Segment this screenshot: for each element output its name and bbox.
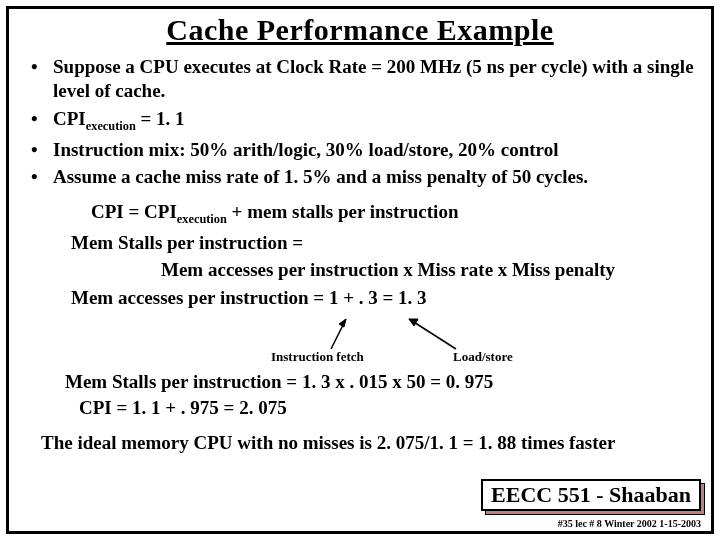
math-line-2: Mem Stalls per instruction =: [71, 230, 697, 256]
footer-box: EECC 551 - Shaaban: [481, 479, 701, 511]
footer-course: EECC 551 - Shaaban: [481, 479, 701, 511]
math-line-4: Mem accesses per instruction = 1 + . 3 =…: [71, 285, 697, 311]
label-instruction-fetch: Instruction fetch: [271, 349, 364, 365]
arrows-diagram: Instruction fetch Load/store: [71, 313, 697, 373]
label-load-store: Load/store: [453, 349, 513, 365]
arrow-ifetch: [311, 313, 351, 353]
svg-marker-3: [409, 319, 418, 326]
bullet-2-text-b: = 1. 1: [136, 108, 185, 129]
bullet-2: CPIexecution = 1. 1: [53, 107, 697, 134]
svg-line-2: [409, 319, 456, 349]
svg-marker-1: [339, 319, 346, 327]
conclusion: The ideal memory CPU with no misses is 2…: [41, 432, 697, 454]
math-line-1a: CPI = CPI: [91, 201, 177, 222]
slide-title: Cache Performance Example: [23, 13, 697, 47]
footer-meta: #35 lec # 8 Winter 2002 1-15-2003: [558, 518, 701, 529]
bottom-line-2: CPI = 1. 1 + . 975 = 2. 075: [79, 395, 697, 422]
bullet-list: Suppose a CPU executes at Clock Rate = 2…: [23, 55, 697, 189]
math-line-1: CPI = CPIexecution + mem stalls per inst…: [91, 199, 697, 227]
bullet-2-text-a: CPI: [53, 108, 86, 129]
bullet-2-sub: execution: [86, 118, 136, 132]
bottom-math: Mem Stalls per instruction = 1. 3 x . 01…: [65, 369, 697, 422]
arrow-loadstore: [401, 313, 461, 353]
slide-frame: Cache Performance Example Suppose a CPU …: [6, 6, 714, 534]
math-line-1b: + mem stalls per instruction: [227, 201, 459, 222]
math-line-1-sub: execution: [177, 212, 227, 226]
bullet-4: Assume a cache miss rate of 1. 5% and a …: [53, 165, 697, 189]
math-block: CPI = CPIexecution + mem stalls per inst…: [71, 199, 697, 310]
math-line-3: Mem accesses per instruction x Miss rate…: [161, 257, 697, 283]
bullet-1: Suppose a CPU executes at Clock Rate = 2…: [53, 55, 697, 103]
bullet-3: Instruction mix: 50% arith/logic, 30% lo…: [53, 138, 697, 162]
